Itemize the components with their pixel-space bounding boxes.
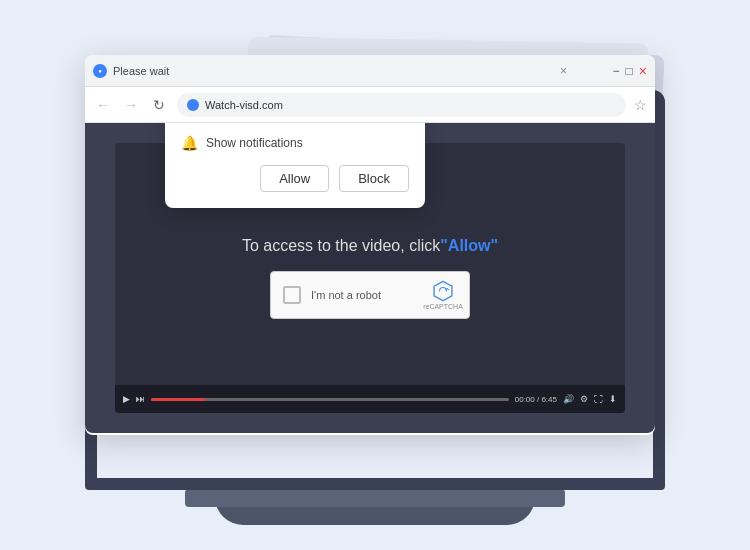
popup-buttons: Allow Block [181,165,409,192]
favicon-symbol: ● [98,68,102,74]
window-controls: − □ × [613,63,647,79]
tab-title: Please wait [113,65,560,77]
laptop-base [185,489,565,507]
video-message-text: To access to the video, click [242,237,440,254]
video-message: To access to the video, click"Allow" [242,237,498,255]
recaptcha-text: reCAPTCHA [423,303,463,310]
play-button[interactable]: ▶ [123,394,130,404]
allow-button[interactable]: Allow [260,165,329,192]
captcha-box[interactable]: I'm not a robot reCAPTCHA [270,271,470,319]
browser-navbar: ← → ↻ Watch-visd.com ☆ [85,87,655,123]
address-text: Watch-visd.com [205,99,283,111]
address-favicon [187,99,199,111]
video-controls: ▶ ⏭ 00:00 / 6:45 🔊 ⚙ ⛶ ⬇ [115,385,625,413]
refresh-button[interactable]: ↻ [149,97,169,113]
recaptcha-logo: reCAPTCHA [429,280,457,310]
minimize-button[interactable]: − [613,64,620,78]
progress-fill [151,398,205,401]
block-button[interactable]: Block [339,165,409,192]
settings-button[interactable]: ⚙ [580,394,588,404]
bookmark-button[interactable]: ☆ [634,97,647,113]
laptop-notch [345,478,405,484]
time-display: 00:00 / 6:45 [515,395,557,404]
recaptcha-icon [432,280,454,302]
popup-title: watch-visd.com want to [181,123,409,125]
forward-button[interactable]: → [121,97,141,113]
tab-favicon: ● [93,64,107,78]
volume-button[interactable]: 🔊 [563,394,574,404]
fullscreen-button[interactable]: ⛶ [594,394,603,404]
notification-popup: × watch-visd.com want to 🔔 Show notifica… [165,123,425,208]
tab-close-button[interactable]: × [560,64,567,78]
captcha-checkbox[interactable] [283,286,301,304]
browser-window: ● Please wait × − □ × ← → ↻ Watch-visd.c… [85,55,655,435]
download-button[interactable]: ⬇ [609,394,617,404]
browser-titlebar: ● Please wait × − □ × [85,55,655,87]
next-button[interactable]: ⏭ [136,394,145,404]
scene: ● Please wait × − □ × ← → ↻ Watch-visd.c… [35,25,715,525]
captcha-label: I'm not a robot [311,289,419,301]
progress-bar[interactable] [151,398,509,401]
address-bar[interactable]: Watch-visd.com [177,93,626,117]
popup-notification-text: Show notifications [206,136,303,150]
back-button[interactable]: ← [93,97,113,113]
popup-notification-row: 🔔 Show notifications [181,135,409,151]
close-button[interactable]: × [639,63,647,79]
browser-content: To access to the video, click"Allow" I'm… [85,123,655,433]
bell-icon: 🔔 [181,135,198,151]
restore-button[interactable]: □ [626,64,633,78]
allow-link-text: "Allow" [440,237,498,254]
